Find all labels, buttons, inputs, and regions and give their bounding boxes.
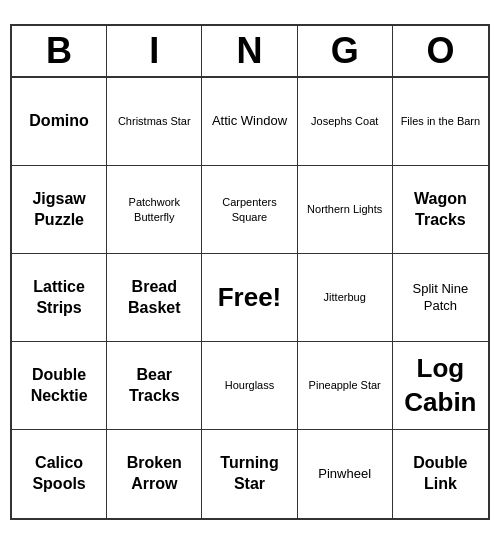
header-letter: G — [298, 26, 393, 76]
bingo-grid: DominoChristmas StarAttic WindowJosephs … — [12, 78, 488, 518]
bingo-cell: Turning Star — [202, 430, 297, 518]
cell-label: Domino — [29, 111, 89, 132]
cell-label: Jigsaw Puzzle — [16, 189, 102, 231]
bingo-cell: Bread Basket — [107, 254, 202, 342]
header-letter: N — [202, 26, 297, 76]
bingo-cell: Lattice Strips — [12, 254, 107, 342]
cell-label: Christmas Star — [118, 114, 191, 128]
cell-label: Double Necktie — [16, 365, 102, 407]
bingo-cell: Josephs Coat — [298, 78, 393, 166]
cell-label: Log Cabin — [397, 352, 484, 420]
cell-label: Pinwheel — [318, 466, 371, 483]
cell-label: Josephs Coat — [311, 114, 378, 128]
header-letter: I — [107, 26, 202, 76]
cell-label: Turning Star — [206, 453, 292, 495]
bingo-header: BINGO — [12, 26, 488, 78]
bingo-cell: Broken Arrow — [107, 430, 202, 518]
bingo-cell: Northern Lights — [298, 166, 393, 254]
bingo-cell: Jitterbug — [298, 254, 393, 342]
bingo-cell: Double Necktie — [12, 342, 107, 430]
cell-label: Calico Spools — [16, 453, 102, 495]
header-letter: B — [12, 26, 107, 76]
bingo-cell: Hourglass — [202, 342, 297, 430]
cell-label: Pineapple Star — [309, 378, 381, 392]
bingo-cell: Christmas Star — [107, 78, 202, 166]
bingo-cell: Files in the Barn — [393, 78, 488, 166]
cell-label: Files in the Barn — [401, 114, 480, 128]
bingo-cell: Calico Spools — [12, 430, 107, 518]
cell-label: Hourglass — [225, 378, 275, 392]
bingo-cell: Double Link — [393, 430, 488, 518]
cell-label: Broken Arrow — [111, 453, 197, 495]
bingo-cell: Pinwheel — [298, 430, 393, 518]
cell-label: Northern Lights — [307, 202, 382, 216]
bingo-cell: Pineapple Star — [298, 342, 393, 430]
bingo-cell: Jigsaw Puzzle — [12, 166, 107, 254]
bingo-cell: Free! — [202, 254, 297, 342]
bingo-cell: Bear Tracks — [107, 342, 202, 430]
bingo-card: BINGO DominoChristmas StarAttic WindowJo… — [10, 24, 490, 520]
header-letter: O — [393, 26, 488, 76]
cell-label: Free! — [218, 281, 282, 315]
bingo-cell: Wagon Tracks — [393, 166, 488, 254]
cell-label: Carpenters Square — [206, 195, 292, 224]
bingo-cell: Split Nine Patch — [393, 254, 488, 342]
cell-label: Jitterbug — [324, 290, 366, 304]
bingo-cell: Attic Window — [202, 78, 297, 166]
cell-label: Bread Basket — [111, 277, 197, 319]
cell-label: Bear Tracks — [111, 365, 197, 407]
cell-label: Wagon Tracks — [397, 189, 484, 231]
bingo-cell: Domino — [12, 78, 107, 166]
cell-label: Split Nine Patch — [397, 281, 484, 315]
bingo-cell: Patchwork Butterfly — [107, 166, 202, 254]
cell-label: Lattice Strips — [16, 277, 102, 319]
bingo-cell: Log Cabin — [393, 342, 488, 430]
cell-label: Attic Window — [212, 113, 287, 130]
bingo-cell: Carpenters Square — [202, 166, 297, 254]
cell-label: Patchwork Butterfly — [111, 195, 197, 224]
cell-label: Double Link — [397, 453, 484, 495]
